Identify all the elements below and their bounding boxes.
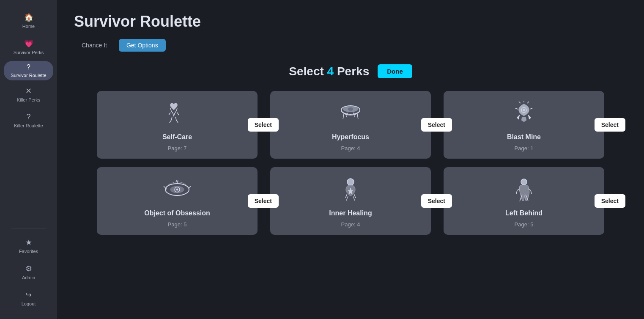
sidebar-label-survivor-perks: Survivor Perks: [14, 50, 44, 55]
perk-name-blast-mine: Blast Mine: [507, 133, 541, 141]
sidebar-item-survivor-roulette[interactable]: ? Survivor Roulette: [4, 61, 53, 80]
sidebar: 🏠 Home 💗 Survivor Perks ? Survivor Roule…: [0, 0, 57, 319]
perk-cell-left-behind: Left Behind Page: 5 Select: [444, 167, 604, 235]
main-content: Survivor Roulette Chance It Get Options …: [57, 0, 644, 319]
gear-icon: ⚙: [25, 264, 32, 273]
sidebar-label-admin: Admin: [22, 275, 35, 280]
object-of-obsession-icon: [160, 176, 194, 205]
sidebar-label-killer-roulette: Killer Roulette: [14, 123, 43, 128]
select-button-self-care[interactable]: Select: [248, 118, 279, 132]
left-behind-icon: [507, 176, 541, 205]
x-icon: ✕: [25, 86, 32, 96]
perk-card-hyperfocus[interactable]: Hyperfocus Page: 4: [270, 91, 431, 159]
perk-page-hyperfocus: Page: 4: [341, 145, 360, 151]
svg-point-10: [521, 179, 527, 185]
perk-page-inner-healing: Page: 4: [341, 221, 360, 228]
sidebar-label-favorites: Favorites: [19, 249, 38, 254]
sidebar-item-favorites[interactable]: ★ Favorites: [0, 234, 57, 258]
select-button-left-behind[interactable]: Select: [595, 194, 625, 208]
sidebar-label-logout: Logout: [22, 301, 36, 306]
perk-name-left-behind: Left Behind: [505, 209, 543, 217]
perk-name-inner-healing: Inner Healing: [329, 209, 372, 217]
tab-get-options[interactable]: Get Options: [119, 39, 166, 52]
select-button-blast-mine[interactable]: Select: [595, 118, 625, 132]
sidebar-label-home: Home: [22, 24, 35, 29]
perks-grid: Self-Care Page: 7 Select: [97, 91, 604, 235]
page-title: Survivor Roulette: [74, 13, 627, 30]
inner-healing-icon: [334, 176, 367, 205]
perk-cell-blast-mine: Blast Mine Page: 1 Select: [444, 91, 604, 159]
heart-icon: 💗: [24, 39, 33, 48]
perk-page-blast-mine: Page: 1: [515, 145, 534, 151]
sidebar-item-killer-perks[interactable]: ✕ Killer Perks: [0, 82, 57, 107]
perk-name-object-of-obsession: Object of Obsession: [144, 209, 210, 217]
svg-point-4: [523, 109, 525, 111]
sidebar-label-killer-perks: Killer Perks: [17, 97, 41, 102]
perk-card-left-behind[interactable]: Left Behind Page: 5: [444, 167, 604, 235]
question2-icon: ?: [26, 113, 30, 121]
select-perks-title: Select 4 Perks: [289, 65, 369, 78]
sidebar-item-admin[interactable]: ⚙ Admin: [0, 260, 57, 284]
blast-mine-icon: [507, 99, 541, 129]
question-icon: ?: [27, 63, 30, 71]
sidebar-item-logout[interactable]: ↪ Logout: [0, 286, 57, 311]
sidebar-item-killer-roulette[interactable]: ? Killer Roulette: [0, 108, 57, 132]
perk-cell-self-care: Self-Care Page: 7 Select: [97, 91, 258, 159]
perk-cell-inner-healing: Inner Healing Page: 4 Select: [270, 167, 431, 235]
sidebar-label-survivor-roulette: Survivor Roulette: [11, 73, 46, 78]
sidebar-divider: [11, 228, 46, 228]
perk-name-hyperfocus: Hyperfocus: [332, 133, 369, 141]
svg-point-9: [347, 179, 354, 185]
select-button-hyperfocus[interactable]: Select: [421, 118, 452, 132]
self-care-icon: [160, 99, 194, 129]
sidebar-item-home[interactable]: 🏠 Home: [0, 8, 57, 33]
perk-card-object-of-obsession[interactable]: Object of Obsession Page: 5: [97, 167, 258, 235]
select-button-object-of-obsession[interactable]: Select: [248, 194, 279, 208]
perk-page-object-of-obsession: Page: 5: [168, 221, 187, 228]
done-button[interactable]: Done: [378, 64, 412, 78]
perk-cell-hyperfocus: Hyperfocus Page: 4 Select: [270, 91, 431, 159]
select-button-inner-healing[interactable]: Select: [421, 194, 452, 208]
select-perks-header: Select 4 Perks Done: [74, 64, 627, 78]
perk-card-self-care[interactable]: Self-Care Page: 7: [97, 91, 258, 159]
svg-point-2: [348, 107, 353, 111]
tab-bar: Chance It Get Options: [74, 39, 627, 52]
perk-page-left-behind: Page: 5: [515, 221, 534, 228]
perk-name-self-care: Self-Care: [162, 133, 192, 141]
perk-card-blast-mine[interactable]: Blast Mine Page: 1: [444, 91, 604, 159]
tab-chance-it[interactable]: Chance It: [74, 39, 115, 52]
home-icon: 🏠: [24, 13, 33, 22]
sidebar-item-survivor-perks[interactable]: 💗 Survivor Perks: [0, 35, 57, 59]
perk-page-self-care: Page: 7: [168, 145, 187, 151]
perk-card-inner-healing[interactable]: Inner Healing Page: 4: [270, 167, 431, 235]
star-icon: ★: [25, 238, 32, 247]
hyperfocus-icon: [334, 99, 367, 129]
perk-cell-object-of-obsession: Object of Obsession Page: 5 Select: [97, 167, 258, 235]
logout-icon: ↪: [25, 290, 32, 300]
svg-point-8: [176, 189, 178, 190]
